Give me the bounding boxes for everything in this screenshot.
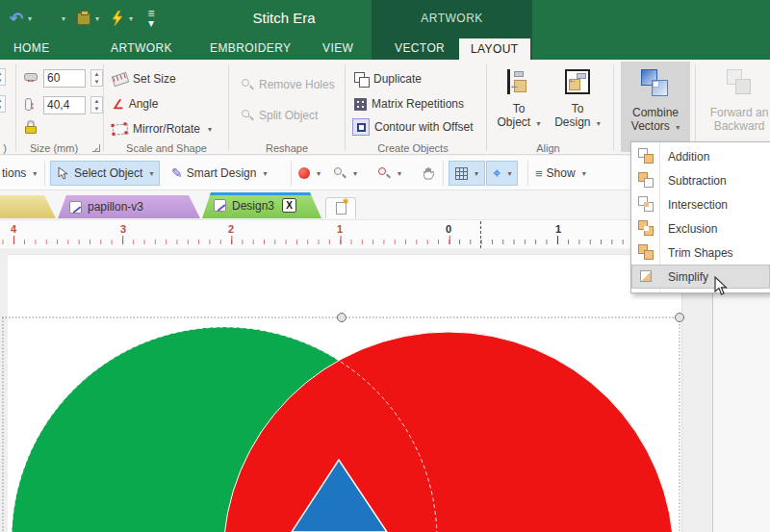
trim-shapes-icon [638, 244, 654, 261]
zoom-ruler-icon [377, 166, 391, 180]
matrix-repetitions-label: Matrix Repetitions [372, 97, 464, 111]
clipboard-icon[interactable] [75, 10, 92, 27]
guides-icon: ⌖ [493, 165, 500, 182]
smart-design-button[interactable]: ✎ Smart Design▾ [171, 161, 267, 186]
angle-button[interactable]: ∠ Angle [113, 94, 158, 114]
addition-icon [638, 148, 654, 165]
ruler-label: 1 [337, 223, 343, 235]
redo-dropdown-arrow[interactable]: ▾ [62, 14, 65, 23]
quick-access-toolbar: ↶▾ ↷▾ ▾ ▾ ≡▾ [8, 6, 160, 31]
size-dialog-launcher-icon[interactable] [92, 144, 100, 152]
new-document-tab-button[interactable] [325, 197, 356, 218]
forward-backward-line1: Forward an [710, 106, 769, 119]
smart-design-pen-icon: ✎ [171, 165, 183, 181]
select-object-button[interactable]: Select Object▾ [50, 161, 160, 186]
clipboard-dropdown-arrow[interactable]: ▾ [95, 14, 99, 23]
zoom-page-icon [333, 166, 346, 180]
menu-item-label: Trim Shapes [668, 246, 733, 260]
width-input[interactable] [43, 69, 86, 88]
grid-toggle-button[interactable]: ▾ [449, 161, 485, 186]
document-tab-design3-active[interactable]: Design3 X [202, 192, 321, 218]
mirror-rotate-label: Mirror/Rotate [133, 122, 200, 136]
width-spinner[interactable]: ▲▼ [90, 69, 103, 87]
tab-home[interactable]: HOME [13, 41, 50, 55]
zoom-ruler-button[interactable]: ▾ [377, 161, 401, 186]
menu-item-simplify[interactable]: Simplify [631, 265, 770, 289]
pan-hand-button[interactable] [422, 161, 437, 186]
align-to-object-button[interactable]: ← To Object ▾ [490, 62, 548, 152]
exclusion-icon [638, 220, 654, 237]
customize-qat-icon[interactable]: ≡▾ [142, 10, 160, 27]
smart-design-label: Smart Design [187, 166, 257, 180]
lock-aspect-icon[interactable] [25, 120, 37, 134]
duplicate-button[interactable]: Duplicate [354, 69, 422, 89]
split-object-icon [241, 109, 254, 122]
remove-holes-button[interactable]: Remove Holes [241, 75, 335, 94]
combine-vectors-button[interactable]: Combine Vectors ▾ [621, 62, 690, 152]
menu-item-trim-shapes[interactable]: Trim Shapes [631, 241, 770, 265]
forward-backward-icon [725, 69, 754, 98]
height-spinner[interactable]: ▲▼ [90, 96, 103, 114]
zoom-bead-button[interactable]: ▾ [298, 161, 321, 186]
document-tab-papillon[interactable]: papillon-v3 [58, 195, 200, 218]
menu-item-addition[interactable]: Addition [631, 144, 770, 168]
matrix-repetitions-button[interactable]: Matrix Repetitions [354, 94, 464, 114]
split-object-button[interactable]: Split Object [241, 106, 318, 125]
tab-view[interactable]: VIEW [322, 41, 353, 55]
undo-dropdown-arrow[interactable]: ▾ [28, 14, 32, 23]
grid-icon [455, 167, 468, 180]
selection-handle-top-right[interactable] [676, 314, 684, 322]
matrix-repetitions-icon [354, 98, 367, 111]
create-objects-group-label: Create Objects [354, 142, 472, 154]
show-dropdown-button[interactable]: ≡ Show▾ [535, 161, 586, 186]
angle-icon: ∠ [113, 97, 124, 112]
set-size-button[interactable]: Set Size [113, 69, 176, 89]
remove-holes-label: Remove Holes [259, 78, 335, 91]
angle-label: Angle [129, 97, 159, 111]
undo-icon[interactable]: ↶ [8, 10, 25, 27]
combine-vectors-menu: Addition Subtraction Intersection Exclus… [630, 141, 770, 293]
ruler-label: 4 [11, 223, 16, 235]
partial-group-label: ) [0, 142, 10, 154]
menu-item-intersection[interactable]: Intersection [631, 192, 770, 216]
set-size-label: Set Size [133, 72, 176, 86]
document-icon [214, 199, 226, 212]
guides-toggle-button[interactable]: ⌖▾ [486, 161, 518, 186]
lightning-dropdown-arrow[interactable]: ▾ [129, 14, 133, 23]
tab-embroidery[interactable]: EMBROIDERY [210, 41, 291, 55]
position-x-spinner[interactable]: ▲▼ [0, 68, 6, 86]
duplicate-icon [354, 72, 369, 87]
height-input[interactable] [43, 96, 86, 114]
duplicate-label: Duplicate [373, 72, 422, 86]
tab-artwork[interactable]: ARTWORK [111, 41, 172, 55]
set-size-icon [112, 71, 130, 86]
intersection-icon [638, 196, 654, 213]
contour-with-offset-button[interactable]: Contour with Offset [352, 117, 474, 137]
mirror-rotate-icon [112, 123, 128, 136]
lightning-icon[interactable] [109, 10, 126, 27]
position-y-spinner[interactable]: ▲▼ [0, 95, 6, 113]
ruler-origin-marker [480, 221, 481, 248]
ruler-label: 2 [228, 223, 234, 235]
align-to-design-button[interactable]: ← To Design ▾ [549, 62, 606, 152]
close-tab-button[interactable]: X [282, 198, 296, 213]
contour-with-offset-label: Contour with Offset [374, 120, 474, 134]
hand-icon [422, 165, 437, 181]
mirror-rotate-button[interactable]: Mirror/Rotate ▾ [113, 119, 212, 139]
selection-handle-top-center[interactable] [338, 314, 346, 322]
contextual-tab-group-label: ARTWORK [372, 12, 532, 25]
select-object-label: Select Object [74, 166, 142, 180]
partial-left-dropdown[interactable]: tions▾ [2, 161, 37, 186]
contour-with-offset-icon [352, 118, 370, 136]
redo-icon[interactable]: ↷ [41, 10, 59, 27]
ribbon-tabs: HOME ARTWORK EMBROIDERY VIEW VECTOR LAYO… [0, 38, 770, 60]
zoom-page-button[interactable]: ▾ [333, 161, 357, 186]
menu-item-exclusion[interactable]: Exclusion [631, 216, 770, 241]
document-icon [69, 201, 82, 214]
tab-layout[interactable]: LAYOUT [459, 38, 530, 61]
tab-vector[interactable]: VECTOR [395, 41, 445, 55]
menu-item-subtraction[interactable]: Subtraction [631, 168, 770, 192]
red-bead-icon [298, 167, 310, 179]
document-tab-partial[interactable] [0, 195, 56, 218]
forward-backward-button[interactable]: Forward an Backward [701, 62, 770, 152]
